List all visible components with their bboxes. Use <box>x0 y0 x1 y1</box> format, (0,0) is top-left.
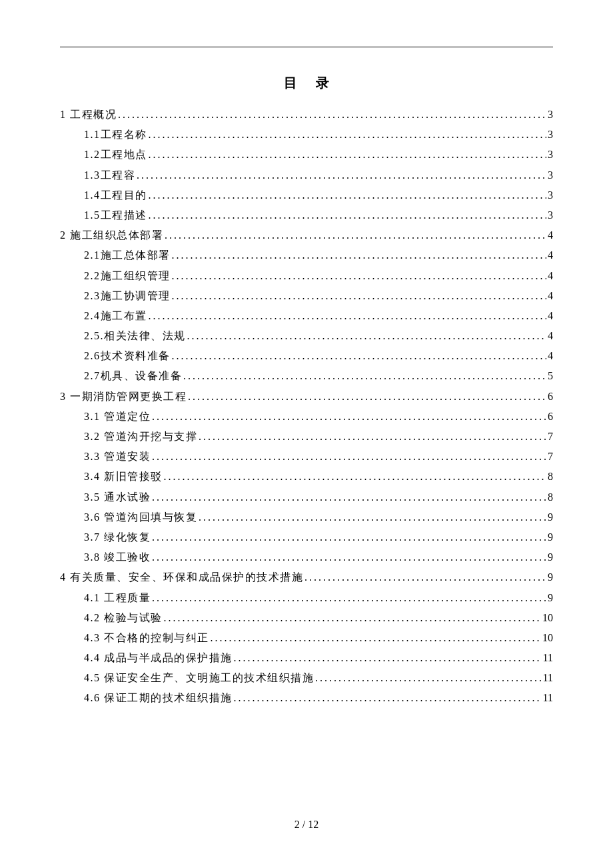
toc-entry: 3.7 绿化恢复9 <box>60 532 553 543</box>
toc-dot-leader <box>147 129 547 140</box>
toc-entry: 2.3施工协调管理4 <box>60 291 553 301</box>
toc-dot-leader <box>209 633 542 643</box>
toc-entry-label: 2.2施工组织管理 <box>60 271 171 281</box>
toc-entry: 4.1 工程质量9 <box>60 593 553 603</box>
toc-entry-label: 3.1 管道定位 <box>60 411 151 422</box>
toc-entry-page: 4 <box>546 351 553 361</box>
toc-entry: 3.4 新旧管接驳8 <box>60 471 553 482</box>
top-horizontal-rule <box>60 47 553 47</box>
toc-entry: 2.4施工布置4 <box>60 311 553 321</box>
toc-entry-label: 1.3工程容 <box>60 170 135 181</box>
toc-entry-label: 2.5.相关法律、法规 <box>60 331 186 341</box>
toc-entry-page: 7 <box>546 451 553 462</box>
toc-entry-label: 2 施工组织总体部署 <box>60 230 163 241</box>
toc-entry-label: 3.8 竣工验收 <box>60 552 151 563</box>
page-content: 目录 1 工程概况31.1工程名称31.2工程地点31.3工程容31.4工程目的… <box>0 0 613 703</box>
toc-entry-label: 1.2工程地点 <box>60 149 147 160</box>
toc-dot-leader <box>135 170 546 181</box>
toc-dot-leader <box>147 149 547 160</box>
toc-dot-leader <box>163 613 542 623</box>
toc-entry: 1.4工程目的3 <box>60 190 553 201</box>
toc-entry-page: 4 <box>546 271 553 281</box>
toc-entry-label: 4.1 工程质量 <box>60 593 151 603</box>
toc-entry: 2.6技术资料准备4 <box>60 351 553 361</box>
toc-entry-label: 4.4 成品与半成品的保护措施 <box>60 653 233 663</box>
toc-entry: 3.8 竣工验收9 <box>60 552 553 563</box>
toc-entry-page: 3 <box>546 129 553 140</box>
toc-dot-leader <box>117 109 546 120</box>
toc-entry: 4 有关质量、安全、环保和成品保护的技术措施9 <box>60 572 553 583</box>
toc-entry-page: 4 <box>546 311 553 321</box>
toc-entry-page: 11 <box>542 693 553 703</box>
toc-entry-label: 1 工程概况 <box>60 109 117 120</box>
toc-dot-leader <box>147 311 547 321</box>
toc-entry: 3 一期消防管网更换工程6 <box>60 391 553 402</box>
toc-dot-leader <box>147 210 547 221</box>
toc-entry-page: 10 <box>541 633 553 643</box>
toc-entry-page: 4 <box>546 250 553 261</box>
toc-entry: 2 施工组织总体部署4 <box>60 230 553 241</box>
toc-dot-leader <box>182 371 546 381</box>
toc-entry: 4.5 保证安全生产、文明施工的技术组织措施11 <box>60 673 553 683</box>
toc-entry-page: 8 <box>546 492 553 503</box>
toc-entry: 3.2 管道沟开挖与支撑7 <box>60 431 553 442</box>
toc-entry-page: 9 <box>546 512 553 523</box>
toc-dot-leader <box>151 411 546 422</box>
toc-entry: 3.6 管道沟回填与恢复9 <box>60 512 553 523</box>
toc-entry-label: 2.4施工布置 <box>60 311 147 321</box>
toc-dot-leader <box>163 230 546 241</box>
toc-entry-label: 1.1工程名称 <box>60 129 147 140</box>
toc-entry-page: 3 <box>546 190 553 201</box>
toc-dot-leader <box>171 250 547 261</box>
toc-entry-label: 3.5 通水试验 <box>60 492 151 503</box>
toc-entry: 4.2 检验与试验10 <box>60 613 553 623</box>
toc-entry-page: 9 <box>546 532 553 543</box>
toc-dot-leader <box>314 673 542 683</box>
toc-dot-leader <box>151 532 546 543</box>
toc-dot-leader <box>151 552 546 563</box>
toc-entry: 1.3工程容3 <box>60 170 553 181</box>
toc-entry-page: 11 <box>542 653 553 663</box>
toc-entry-label: 4 有关质量、安全、环保和成品保护的技术措施 <box>60 572 303 583</box>
toc-dot-leader <box>171 351 547 361</box>
toc-entry-label: 3 一期消防管网更换工程 <box>60 391 187 402</box>
toc-dot-leader <box>186 331 547 341</box>
toc-entry: 3.5 通水试验8 <box>60 492 553 503</box>
toc-entry-page: 3 <box>546 210 553 221</box>
toc-entry-label: 4.6 保证工期的技术组织措施 <box>60 693 233 703</box>
toc-dot-leader <box>233 693 542 703</box>
toc-entry-label: 2.3施工协调管理 <box>60 291 171 301</box>
toc-entry-label: 3.6 管道沟回填与恢复 <box>60 512 197 523</box>
toc-entry-label: 2.7机具、设备准备 <box>60 371 182 381</box>
toc-entry: 4.3 不合格的控制与纠正10 <box>60 633 553 643</box>
toc-dot-leader <box>171 271 547 281</box>
toc-entry-page: 7 <box>546 431 553 442</box>
toc-entry: 3.3 管道安装7 <box>60 451 553 462</box>
toc-entry-page: 4 <box>546 230 553 241</box>
toc-dot-leader <box>151 492 546 503</box>
toc-dot-leader <box>171 291 547 301</box>
toc-entry-page: 10 <box>541 613 553 623</box>
toc-entry: 1.5工程描述3 <box>60 210 553 221</box>
toc-entry-label: 3.3 管道安装 <box>60 451 151 462</box>
toc-entry-page: 6 <box>546 391 553 402</box>
toc-entry: 1 工程概况3 <box>60 109 553 120</box>
toc-entry: 4.6 保证工期的技术组织措施11 <box>60 693 553 703</box>
toc-dot-leader <box>151 593 546 603</box>
page-footer: 2 / 12 <box>0 819 613 831</box>
toc-dot-leader <box>197 512 546 523</box>
toc-entry: 2.2施工组织管理4 <box>60 271 553 281</box>
toc-entry-label: 3.4 新旧管接驳 <box>60 471 163 482</box>
toc-entry-label: 3.2 管道沟开挖与支撑 <box>60 431 197 442</box>
toc-entry: 1.2工程地点3 <box>60 149 553 160</box>
toc-entry-label: 1.4工程目的 <box>60 190 147 201</box>
toc-entry: 1.1工程名称3 <box>60 129 553 140</box>
toc-entry-page: 3 <box>546 170 553 181</box>
toc-entry-page: 9 <box>546 593 553 603</box>
toc-entry-page: 8 <box>546 471 553 482</box>
toc-entry-label: 2.1施工总体部署 <box>60 250 171 261</box>
toc-entry-page: 9 <box>546 552 553 563</box>
toc-dot-leader <box>163 471 547 482</box>
toc-entry: 4.4 成品与半成品的保护措施11 <box>60 653 553 663</box>
toc-entry-label: 1.5工程描述 <box>60 210 147 221</box>
